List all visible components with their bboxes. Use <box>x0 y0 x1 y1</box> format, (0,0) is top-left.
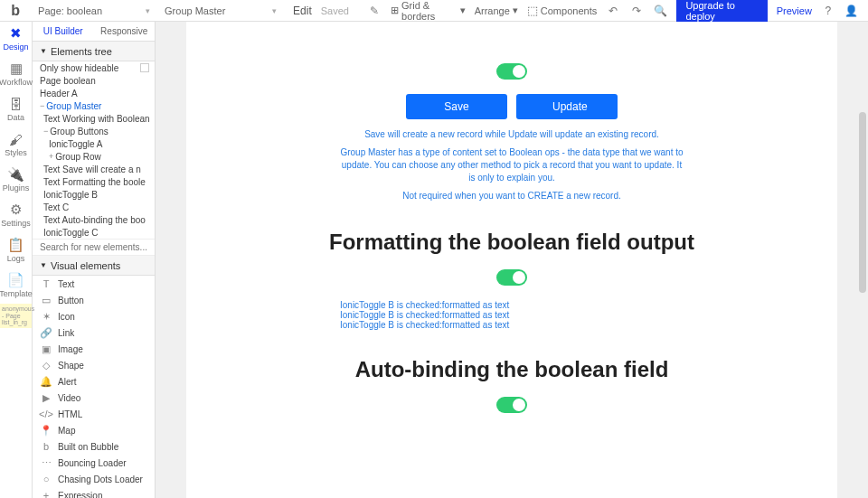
text-icon: T <box>40 278 52 289</box>
element-selector[interactable]: Group Master ▾ <box>157 5 284 16</box>
chasing-dots-loader-icon: ○ <box>40 474 52 484</box>
rail-data[interactable]: 🗄Data <box>0 92 32 127</box>
visual-element-item[interactable]: ◇Shape <box>33 357 155 373</box>
format-line-2: IonicToggle B is checked:formatted as te… <box>340 310 783 320</box>
map-icon: 📍 <box>40 425 52 437</box>
expression-icon: + <box>40 490 52 498</box>
rail-settings[interactable]: ⚙Settings <box>0 198 32 233</box>
search-input[interactable] <box>33 239 155 256</box>
visual-element-item[interactable]: ▭Button <box>33 292 155 308</box>
element-selector-label: Group Master <box>165 5 225 16</box>
visual-element-item[interactable]: ○Chasing Dots Loader <box>33 471 155 487</box>
tab-ui-builder[interactable]: UI Builder <box>33 22 94 41</box>
rail-design[interactable]: ✖Design <box>0 22 32 57</box>
update-button[interactable]: Update <box>516 94 618 119</box>
tree-item[interactable]: −Group Master <box>33 99 155 112</box>
edit-menu[interactable]: Edit <box>293 5 312 17</box>
bubble-logo[interactable]: b <box>0 3 31 19</box>
canvas[interactable]: Save Update Save will create a new recor… <box>156 22 868 498</box>
toggle-c[interactable] <box>496 397 527 413</box>
canvas-scrollbar[interactable] <box>859 22 866 498</box>
toggle-b[interactable] <box>496 269 527 286</box>
search-icon[interactable]: 🔍 <box>653 3 667 19</box>
visual-element-item[interactable]: +Expression <box>33 487 155 498</box>
bouncing-loader-icon: ⋯ <box>40 457 52 469</box>
hint-text-2: Group Master has a type of content set t… <box>340 146 684 184</box>
shape-icon: ◇ <box>40 360 52 371</box>
alert-icon: 🔔 <box>40 376 52 388</box>
tree-item[interactable]: −Group Buttons <box>33 125 155 137</box>
left-rail: ✖Design ▦Workflow 🗄Data 🖌Styles 🔌Plugins… <box>0 22 33 498</box>
visual-element-item[interactable]: 📍Map <box>33 422 155 438</box>
visual-element-item[interactable]: TText <box>33 276 155 292</box>
rail-template[interactable]: 📄Template <box>0 268 32 304</box>
page-preview: Save Update Save will create a new recor… <box>186 22 837 498</box>
built-on-bubble-icon: b <box>40 441 52 452</box>
tree-item[interactable]: IonicToggle A <box>33 137 155 150</box>
checkbox-icon[interactable] <box>140 63 149 72</box>
tree-item[interactable]: IonicToggle B <box>33 188 155 201</box>
tree-item[interactable]: Header A <box>33 87 155 99</box>
preview-link[interactable]: Preview <box>777 5 812 16</box>
image-icon: ▣ <box>40 343 52 355</box>
tree-item[interactable]: Text C <box>33 201 155 213</box>
visual-element-item[interactable]: 🔔Alert <box>33 373 155 390</box>
section-title-autobind: Auto-binding the boolean field <box>241 357 783 382</box>
visual-element-item[interactable]: ▣Image <box>33 341 155 357</box>
panel-handle-icon[interactable]: ◀ <box>148 276 155 277</box>
tree-item[interactable]: Text Working with Boolean <box>33 112 155 125</box>
elements-tree: Only show hideable Page booleanHeader A−… <box>33 61 155 239</box>
chevron-down-icon: ▾ <box>272 6 277 15</box>
tab-responsive[interactable]: Responsive <box>94 22 156 41</box>
visual-element-item[interactable]: </>HTML <box>33 406 155 422</box>
rail-plugins[interactable]: 🔌Plugins <box>0 163 32 198</box>
visual-element-item[interactable]: ▶Video <box>33 390 155 406</box>
tree-item[interactable]: IonicToggle C <box>33 226 155 239</box>
rail-styles[interactable]: 🖌Styles <box>0 127 32 163</box>
undo-icon[interactable]: ↶ <box>606 3 620 19</box>
visual-element-item[interactable]: ✶Icon <box>33 308 155 324</box>
tree-item[interactable]: Text Auto-binding the boo <box>33 213 155 226</box>
user-icon[interactable]: 👤 <box>844 3 859 19</box>
rail-note: anonymous - Page list_in_rg <box>0 304 32 328</box>
chevron-down-icon: ▾ <box>146 6 150 15</box>
button-icon: ▭ <box>40 295 52 306</box>
arrange-menu[interactable]: Arrange ▾ <box>475 5 518 16</box>
visual-element-item[interactable]: ⋯Bouncing Loader <box>33 455 155 471</box>
visual-elements-header[interactable]: ▼ Visual elements <box>33 256 155 276</box>
left-panel: UI Builder Responsive ▼ Elements tree On… <box>33 22 156 498</box>
tree-item[interactable]: Page boolean <box>33 74 155 87</box>
top-toolbar: b Page: boolean ▾ Group Master ▾ Edit Sa… <box>0 0 868 22</box>
elements-tree-header[interactable]: ▼ Elements tree <box>33 42 155 61</box>
tree-item[interactable]: Text Formatting the boole <box>33 175 155 188</box>
visual-element-item[interactable]: bBuilt on Bubble <box>33 438 155 455</box>
rail-logs[interactable]: 📋Logs <box>0 233 32 268</box>
html-icon: </> <box>40 409 52 419</box>
redo-icon[interactable]: ↷ <box>629 3 644 19</box>
video-icon: ▶ <box>40 392 52 404</box>
format-line-1: IonicToggle B is checked:formatted as te… <box>340 300 783 310</box>
rail-workflow[interactable]: ▦Workflow <box>0 57 32 92</box>
format-line-3: IonicToggle B is checked:formatted as te… <box>340 320 783 330</box>
components-menu[interactable]: ⬚ Components <box>527 4 597 17</box>
grid-borders-menu[interactable]: ⊞ Grid & borders ▾ <box>391 0 466 22</box>
main-area: ✖Design ▦Workflow 🗄Data 🖌Styles 🔌Plugins… <box>0 22 868 498</box>
visual-elements-list: ◀ TText▭Button✶Icon🔗Link▣Image◇Shape🔔Ale… <box>33 276 155 498</box>
chevron-down-icon: ▼ <box>40 261 47 269</box>
help-icon[interactable]: ? <box>821 3 835 19</box>
save-button[interactable]: Save <box>406 94 507 119</box>
hint-text-1: Save will create a new record while Upda… <box>340 128 684 141</box>
toggle-a[interactable] <box>496 63 527 80</box>
tree-item[interactable]: Text Save will create a n <box>33 163 155 175</box>
eyedropper-icon[interactable]: ✎ <box>367 3 382 19</box>
hint-text-3: Not required when you want to CREATE a n… <box>340 190 684 202</box>
section-title-formatting: Formatting the boolean field output <box>241 230 783 255</box>
page-selector-label: Page: boolean <box>38 5 102 16</box>
only-show-hideable[interactable]: Only show hideable <box>33 61 155 74</box>
visual-element-item[interactable]: 🔗Link <box>33 324 155 341</box>
tree-item[interactable]: +Group Row <box>33 150 155 163</box>
icon-icon: ✶ <box>40 311 52 323</box>
page-selector[interactable]: Page: boolean ▾ <box>31 5 157 16</box>
link-icon: 🔗 <box>40 327 52 339</box>
save-status: Saved <box>321 5 349 16</box>
